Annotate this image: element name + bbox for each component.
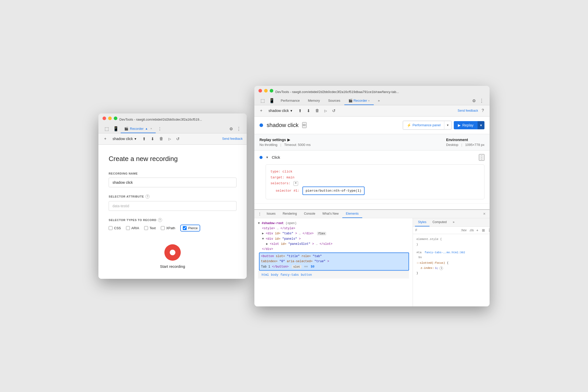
replay-main-button[interactable]: ▶ Replay	[454, 121, 478, 129]
export-button[interactable]: ⬆	[141, 135, 147, 142]
replay-settings-title[interactable]: Replay settings ▶	[259, 138, 311, 142]
replay-dropdown-button[interactable]: ▾	[478, 121, 484, 129]
right-import-button[interactable]: ⬇	[305, 107, 312, 114]
css-checkbox-item[interactable]: CSS	[109, 226, 121, 230]
devtools-menu-button[interactable]: ⋮	[256, 210, 263, 218]
button-highlight-block[interactable]: <button slot= "title" role= "tab" tabind…	[259, 252, 409, 271]
step-more-button[interactable]: ⋮	[479, 154, 484, 161]
right-recording-name-selector[interactable]: shadow click ▾	[266, 108, 295, 114]
maximize-traffic-light[interactable]	[114, 117, 117, 120]
right-send-feedback-link[interactable]: Send feedback	[458, 109, 478, 112]
text-checkbox[interactable]	[144, 226, 148, 230]
styles-more-button[interactable]	[484, 221, 488, 223]
right-inspector-icon[interactable]: ⬚	[258, 97, 267, 105]
whats-new-tab[interactable]: What's New	[319, 210, 342, 218]
perf-panel-dropdown-button[interactable]: ▾	[444, 121, 451, 129]
settings-button[interactable]: ⚙	[227, 125, 235, 132]
styles-tab[interactable]: Styles	[415, 218, 429, 226]
minimize-traffic-light[interactable]	[108, 117, 112, 120]
recorder-tab-close[interactable]: ×	[150, 127, 152, 130]
selector-attribute-input[interactable]	[109, 201, 236, 211]
breadcrumb-button[interactable]: button	[301, 272, 312, 278]
shadow-actions: ⚡ Performance panel ▾ ▶ Replay ▾	[403, 121, 484, 130]
div-panels-toggle[interactable]: ▼	[262, 237, 264, 241]
right-add-recording-button[interactable]: +	[258, 107, 264, 114]
selector-types-help-icon[interactable]: ?	[158, 218, 162, 222]
breadcrumb-fancy-tabs[interactable]: fancy-tabs	[280, 272, 299, 278]
z-index-info-icon[interactable]: ℹ	[439, 267, 443, 270]
style-tools-button-1[interactable]: ⊞	[481, 228, 486, 233]
rendering-tab[interactable]: Rendering	[279, 210, 300, 218]
recorder-tab-close-right[interactable]: ×	[368, 99, 370, 102]
performance-tab[interactable]: Performance	[277, 97, 304, 105]
step-expand-arrow[interactable]: ▼	[266, 156, 269, 159]
throttling-value: No throttling	[259, 143, 277, 147]
performance-panel-button[interactable]: ⚡ Performance panel	[403, 121, 445, 130]
recording-dropdown-arrow: ▾	[134, 137, 136, 141]
delete-recording-button[interactable]: 🗑	[158, 135, 165, 142]
add-recording-button[interactable]: +	[103, 135, 108, 142]
computed-tab[interactable]: Computed	[429, 218, 450, 226]
styles-filter-bar: F :hov .cls + ⊞ ☰	[413, 227, 490, 234]
undo-button[interactable]: ↺	[175, 135, 181, 142]
breadcrumb-html[interactable]: html	[262, 272, 269, 278]
div-tabs-toggle[interactable]: ▶	[262, 232, 264, 235]
play-recording-button[interactable]: ▷	[167, 136, 173, 142]
rule1-header: #ta fancy-tabs-….mo.html:302	[416, 250, 486, 255]
sources-tab[interactable]: Sources	[324, 97, 344, 105]
right-recording-dropdown-arrow: ▾	[290, 109, 292, 113]
right-device-icon[interactable]: 📱	[267, 97, 277, 105]
right-overflow-menu-button[interactable]: ⋮	[478, 97, 485, 105]
close-traffic-light[interactable]	[103, 117, 106, 120]
slot-panels-toggle[interactable]: ▶	[266, 242, 268, 246]
recording-name-input[interactable]	[109, 178, 236, 187]
shadow-root-toggle[interactable]: ▼	[258, 222, 260, 225]
xpath-checkbox-item[interactable]: XPath	[161, 226, 175, 230]
inspector-icon[interactable]: ⬚	[103, 125, 111, 133]
more-tabs-button[interactable]: ⋮	[156, 125, 164, 133]
pierce-checkbox-item[interactable]: Pierce	[180, 225, 200, 232]
selector-attribute-help-icon[interactable]: ?	[145, 194, 150, 199]
edit-recording-name-button[interactable]: ✏	[302, 122, 307, 128]
right-export-button[interactable]: ⬆	[297, 107, 303, 114]
recording-name-selector[interactable]: shadow click ▾	[110, 136, 139, 142]
right-maximize-traffic-light[interactable]	[270, 89, 273, 93]
aria-checkbox-item[interactable]: ARIA	[126, 226, 139, 230]
overflow-menu-button[interactable]: ⋮	[235, 125, 243, 133]
device-icon[interactable]: 📱	[111, 125, 121, 133]
issues-tab[interactable]: Issues	[263, 210, 279, 218]
replay-settings-details: No throttling | Timeout: 5000 ms	[259, 143, 311, 147]
styles-filter-input[interactable]	[419, 228, 457, 232]
right-play-recording-button[interactable]: ▷	[323, 108, 329, 114]
right-settings-button[interactable]: ⚙	[470, 97, 478, 104]
elements-tab[interactable]: Elements	[342, 210, 362, 218]
import-button[interactable]: ⬇	[149, 135, 156, 142]
more-panels-tab[interactable]: »	[374, 97, 384, 105]
right-close-traffic-light[interactable]	[258, 89, 262, 93]
styles-content: element.style { } #ta fancy-tabs-….mo.ht…	[413, 234, 490, 306]
rule1-file-link[interactable]: fancy-tabs-….mo.html:302	[425, 250, 465, 255]
xpath-checkbox[interactable]	[161, 226, 165, 230]
right-delete-recording-button[interactable]: 🗑	[314, 107, 321, 114]
style-tools-button-2[interactable]: ☰	[488, 228, 490, 233]
right-minimize-traffic-light[interactable]	[264, 89, 268, 93]
send-feedback-link[interactable]: Send feedback	[222, 137, 243, 141]
shadow-click-title: shadow click	[267, 122, 299, 129]
target-value: main	[286, 176, 294, 179]
devtools-close-button[interactable]: ×	[481, 211, 488, 217]
start-recording-button[interactable]	[164, 244, 181, 261]
memory-tab[interactable]: Memory	[304, 97, 324, 105]
recorder-tab-right[interactable]: 🎬 Recorder ×	[344, 97, 374, 105]
console-tab[interactable]: Console	[300, 210, 319, 218]
recorder-tab[interactable]: 🎬 Recorder ▲ ×	[121, 125, 156, 133]
right-help-button[interactable]: ?	[480, 107, 485, 114]
more-styles-tab[interactable]: »	[450, 218, 458, 226]
breadcrumb-body[interactable]: body	[271, 272, 278, 278]
css-checkbox[interactable]	[109, 226, 112, 230]
pierce-checkbox[interactable]	[183, 226, 187, 230]
text-checkbox-item[interactable]: Text	[144, 226, 156, 230]
right-undo-button[interactable]: ↺	[331, 107, 337, 114]
aria-checkbox[interactable]	[126, 226, 130, 230]
rule1-note: bs	[419, 255, 486, 260]
add-style-button[interactable]: +	[475, 228, 479, 233]
